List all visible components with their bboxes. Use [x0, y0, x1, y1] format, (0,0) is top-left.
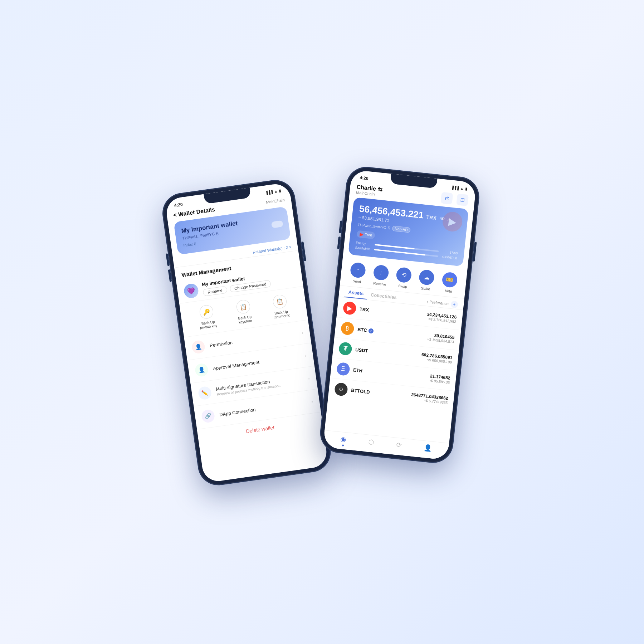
trx-values: 34,234,453.126 ≈$ 2,760,842,982 — [426, 312, 457, 324]
swap-icon: ⟲ — [396, 267, 412, 283]
sunold-name-col: SUNOLD — [349, 408, 406, 410]
time-right: 4:20 — [360, 175, 369, 181]
vote-icon: 🎫 — [441, 272, 458, 288]
nav-history[interactable]: ⟳ — [396, 441, 402, 452]
nav-history-icon: ⟳ — [396, 441, 402, 449]
backup-mnemonic[interactable]: 📋 Back Up mnemonic — [270, 294, 290, 319]
nav-profile[interactable]: 👤 — [423, 444, 432, 455]
approval-icon: 👤 — [194, 363, 209, 377]
permission-label: Permission — [209, 331, 297, 348]
wallet-avatar: 💜 — [183, 283, 199, 299]
copy-icon[interactable]: ⎘ — [216, 231, 219, 236]
backup-keystore[interactable]: 📋 Back Up keystore — [236, 299, 253, 325]
nav-collectibles[interactable]: ⬡ — [368, 438, 375, 450]
receive-action[interactable]: ↓ Receive — [372, 264, 389, 287]
btc-values: 30.810455 ≈$ 1555,934,813 — [427, 332, 455, 344]
bttold-name: BTTOLD — [351, 387, 408, 399]
balance-card: 56,456,453.221 TRX 👁 ↗ ≈ $3,951,951.71 T… — [348, 197, 469, 266]
approval-text: Approval Management — [213, 353, 300, 371]
eth-name: ETH — [353, 367, 426, 380]
vote-action[interactable]: 🎫 Vote — [441, 272, 458, 294]
bttold-name-col: BTTOLD — [351, 387, 408, 399]
multisig-icon: ✏️ — [197, 386, 212, 400]
permission-chevron: › — [301, 330, 304, 335]
trx-name: TRX — [359, 306, 423, 318]
send-label: Send — [352, 279, 361, 283]
approval-label: Approval Management — [213, 353, 300, 371]
receive-icon: ↓ — [373, 264, 389, 281]
add-asset-button[interactable]: + — [450, 301, 458, 308]
balance-currency: TRX — [426, 214, 437, 221]
dapp-text: DApp Connection — [219, 400, 307, 417]
header-actions: ⇄ ⊡ — [440, 192, 469, 206]
bandwidth-label: Bandwidth — [355, 246, 372, 251]
trx-name-col: TRX — [359, 306, 423, 318]
dapp-label: DApp Connection — [219, 400, 307, 417]
dapp-icon: 🔗 — [201, 409, 215, 424]
battery-icon: ▮ — [279, 189, 281, 193]
chain-label-left: MainChain — [266, 197, 285, 204]
bandwidth-value: 4000/5000 — [441, 255, 457, 260]
nav-profile-icon: 👤 — [423, 444, 432, 452]
vote-label: Vote — [445, 289, 452, 293]
signal-icon: ▐▐▐ — [265, 190, 273, 195]
backup-private-key-label: Back Up private key — [199, 319, 218, 330]
backup-mnemonic-icon: 📋 — [272, 294, 287, 309]
usdt-name-col: USDT — [355, 347, 418, 359]
signal-icon-right: ▐▐▐ — [451, 185, 459, 190]
swap-action[interactable]: ⟲ Swap — [395, 267, 412, 289]
rename-button[interactable]: Rename — [203, 286, 228, 296]
stake-action[interactable]: ☁ Stake — [418, 269, 435, 291]
user-info: Charlie ⇆ MainChain — [356, 183, 383, 197]
stake-icon: ☁ — [419, 269, 435, 286]
backup-keystore-label: Back Up keystore — [238, 314, 252, 324]
nav-assets[interactable]: ◉ — [340, 435, 347, 447]
tron-logo-graphic: ▶ — [441, 211, 463, 232]
nav-active-dot — [342, 444, 343, 446]
copy-icon-right[interactable]: ⎘ — [388, 226, 390, 230]
left-phone: 4:20 ▐▐▐ ▲ ▮ < Wallet Details MainChain … — [161, 178, 333, 487]
permission-text: Permission — [209, 331, 297, 348]
multisig-chevron: › — [308, 375, 310, 381]
send-icon: ↑ — [350, 262, 366, 278]
wifi-icon: ▲ — [274, 189, 278, 193]
permission-icon: 👤 — [191, 340, 206, 355]
swap-label: Swap — [398, 284, 407, 289]
wifi-icon-right: ▲ — [460, 186, 464, 190]
nav-assets-icon: ◉ — [340, 435, 347, 444]
energy-value: 37/60 — [441, 250, 458, 255]
bttold-icon: ⊙ — [334, 382, 348, 396]
status-icons-right: ▐▐▐ ▲ ▮ — [451, 185, 467, 191]
sunold-icon: 😎 — [332, 402, 346, 410]
transfer-icon-btn[interactable]: ⇄ — [440, 192, 453, 205]
usdt-values: 602,786.035091 ≈$ 606,000.199 — [421, 352, 453, 364]
btc-name-col: BTC ✓ — [357, 327, 424, 339]
eth-icon: Ξ — [336, 362, 351, 376]
backup-private-key-icon: 🔑 — [199, 304, 214, 319]
eth-values: 21.174682 ≈$ 85,885.35 — [429, 374, 450, 385]
backup-mnemonic-label: Back Up mnemonic — [273, 309, 290, 319]
btc-verified-badge: ✓ — [368, 328, 374, 333]
usdt-icon: ₮ — [338, 342, 353, 356]
battery-icon-right: ▮ — [465, 187, 467, 191]
stake-label: Stake — [421, 286, 430, 291]
bottom-nav: ◉ ⬡ ⟳ 👤 — [323, 430, 449, 460]
time-left: 4:20 — [174, 202, 183, 208]
eth-name-col: ETH — [353, 367, 426, 380]
backup-keystore-icon: 📋 — [236, 299, 251, 314]
trx-icon: ▶ — [343, 301, 357, 315]
bttold-values: 2648771.04328662 ≈$ 6.77419355 — [411, 392, 448, 405]
dapp-chevron: › — [311, 399, 313, 404]
backup-private-key[interactable]: 🔑 Back Up private key — [197, 304, 218, 330]
sunold-name: SUNOLD — [349, 408, 406, 410]
right-phone: 4:20 ▐▐▐ ▲ ▮ Charlie ⇆ MainChain ⇄ ⊡ — [319, 166, 480, 464]
send-action[interactable]: ↑ Send — [349, 262, 366, 284]
non-hd-badge: Non-HD — [392, 225, 410, 233]
preference-btn[interactable]: ↕ Preference — [426, 299, 449, 306]
scan-icon-btn[interactable]: ⊡ — [456, 194, 469, 206]
usdt-name: USDT — [355, 347, 418, 359]
btc-name: BTC ✓ — [357, 327, 424, 339]
receive-label: Receive — [373, 281, 386, 287]
wallet-card-toggle[interactable] — [271, 220, 283, 228]
status-icons-left: ▐▐▐ ▲ ▮ — [265, 189, 281, 195]
